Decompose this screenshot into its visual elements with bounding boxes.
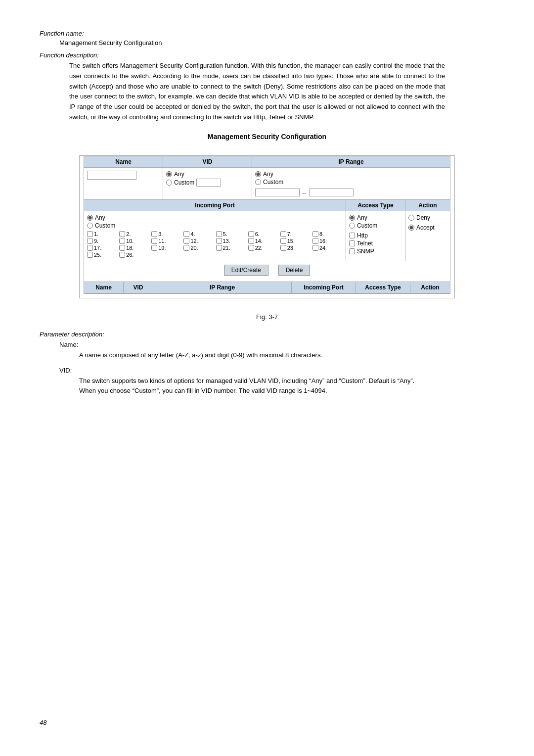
param-desc-0: A name is composed of any letter (A-Z, a… [79,350,425,361]
config-title: Management Security Configuration [40,133,494,141]
ip-dash: -- [303,189,306,195]
action-deny-label: Deny [416,214,430,221]
vid-any-label: Any [174,171,184,178]
mid-header-row: Incoming Port Access Type Action [84,199,450,211]
port-17-checkbox[interactable] [87,245,93,251]
function-name-value: Management Security Configuration [59,39,494,47]
port-22-checkbox[interactable] [248,245,254,251]
bottom-table: Name VID IP Range Incoming Port Access T… [84,282,450,293]
iprange-custom-label: Custom [263,179,283,186]
action-accept-radio[interactable] [408,225,414,231]
mid-data-row: Any Custom 1. 2. 3. 4. 5. 6. 7. 8. [84,211,450,261]
param-desc-label: Parameter description: [40,331,494,338]
port-3-checkbox[interactable] [151,231,157,237]
fig-caption: Fig. 3-7 [40,313,494,321]
access-http-label: Http [357,232,368,239]
port-25-checkbox[interactable] [87,252,93,258]
port-9-checkbox[interactable] [87,238,93,244]
incoming-custom-radio[interactable] [87,223,93,229]
iprange-cell: Any Custom -- [252,168,450,199]
iprange-any-radio[interactable] [255,171,261,177]
port-4-checkbox[interactable] [183,231,189,237]
config-container: Name VID IP Range Any Custom [79,155,455,298]
bh-action: Action [410,282,450,293]
param-section: Parameter description: Name: A name is c… [40,331,494,396]
bh-incoming: Incoming Port [292,282,356,293]
edit-create-button[interactable]: Edit/Create [224,265,268,276]
access-any-radio[interactable] [349,215,355,221]
bh-name: Name [84,282,124,293]
access-cell: Any Custom Http Telnet [346,211,405,261]
param-name-1: VID: [59,367,494,374]
port-10-checkbox[interactable] [119,238,125,244]
bh-access: Access Type [356,282,410,293]
function-desc-text: The switch offers Management Security Co… [69,61,445,123]
incoming-col-header: Incoming Port [84,200,346,211]
port-2-checkbox[interactable] [119,231,125,237]
access-snmp-checkbox[interactable] [349,248,355,254]
incoming-cell: Any Custom 1. 2. 3. 4. 5. 6. 7. 8. [84,211,346,261]
bottom-header-row: Name VID IP Range Incoming Port Access T… [84,282,450,293]
access-any-label: Any [357,214,367,221]
vid-cell: Any Custom [163,168,252,199]
action-accept-label: Accept [416,224,435,231]
access-custom-label: Custom [357,222,377,229]
incoming-any-radio[interactable] [87,215,93,221]
action-cell: Deny Accept [405,211,450,261]
incoming-any-label: Any [95,214,105,221]
port-5-checkbox[interactable] [216,231,222,237]
top-header-row: Name VID IP Range [84,156,450,168]
incoming-custom-label: Custom [95,222,115,229]
bh-iprange: IP Range [153,282,292,293]
name-input[interactable] [87,171,136,180]
port-26-checkbox[interactable] [119,252,125,258]
port-23-checkbox[interactable] [280,245,286,251]
port-8-checkbox[interactable] [312,231,318,237]
port-21-checkbox[interactable] [216,245,222,251]
access-telnet-label: Telnet [357,240,373,247]
function-desc-label: Function description: [40,51,494,59]
name-col-header: Name [84,156,163,167]
vid-col-header: VID [163,156,252,167]
iprange-col-header: IP Range [252,156,450,167]
port-12-checkbox[interactable] [183,238,189,244]
port-grid: 1. 2. 3. 4. 5. 6. 7. 8. 9. 10. 11. 12. 1… [87,231,343,258]
vid-custom-input[interactable] [196,179,221,187]
param-name-0: Name: [59,341,494,348]
vid-any-radio[interactable] [166,171,172,177]
iprange-any-label: Any [263,171,273,178]
access-telnet-checkbox[interactable] [349,240,355,246]
port-15-checkbox[interactable] [280,238,286,244]
ip-from-input[interactable] [255,189,300,196]
port-14-checkbox[interactable] [248,238,254,244]
top-data-row: Any Custom Any [84,168,450,199]
port-1-checkbox[interactable] [87,231,93,237]
page-number: 48 [40,719,46,726]
port-19-checkbox[interactable] [151,245,157,251]
port-7-checkbox[interactable] [280,231,286,237]
function-name-label: Function name: [40,30,494,37]
port-11-checkbox[interactable] [151,238,157,244]
access-http-checkbox[interactable] [349,233,355,238]
port-18-checkbox[interactable] [119,245,125,251]
access-col-header: Access Type [346,200,405,211]
name-cell [84,168,163,199]
port-20-checkbox[interactable] [183,245,189,251]
buttons-row: Edit/Create Delete [84,261,450,280]
param-desc-1: The switch supports two kinds of options… [79,376,425,397]
port-24-checkbox[interactable] [312,245,318,251]
delete-button[interactable]: Delete [278,265,311,276]
vid-custom-radio[interactable] [166,180,172,186]
action-deny-radio[interactable] [408,215,414,221]
ip-to-input[interactable] [309,189,354,196]
iprange-custom-radio[interactable] [255,179,261,185]
port-16-checkbox[interactable] [312,238,318,244]
bh-vid: VID [124,282,153,293]
vid-custom-label: Custom [174,179,194,186]
action-col-header: Action [405,200,450,211]
port-13-checkbox[interactable] [216,238,222,244]
port-6-checkbox[interactable] [248,231,254,237]
access-snmp-label: SNMP [357,248,374,255]
access-custom-radio[interactable] [349,223,355,229]
